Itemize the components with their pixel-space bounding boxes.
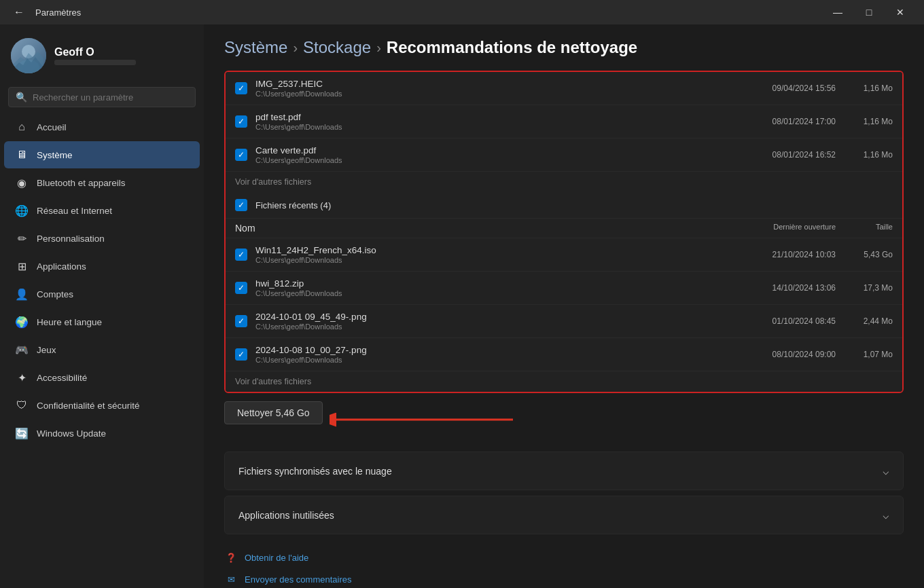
file-path: C:\Users\geoff\Downloads (255, 123, 747, 131)
see-more-downloads[interactable]: Voir d'autres fichiers (226, 172, 902, 192)
file-item: ✓Win11_24H2_French_x64.isoC:\Users\geoff… (226, 238, 902, 272)
user-info: Geoff O (54, 46, 136, 65)
checkbox-check: ✓ (238, 151, 245, 159)
checkbox[interactable]: ✓ (235, 115, 247, 128)
file-meta: 08/01/2024 17:001,16 Mo (747, 117, 893, 126)
sidebar-item-label-comptes: Comptes (37, 289, 73, 299)
sidebar-item-reseau[interactable]: 🌐Réseau et Internet (4, 197, 200, 224)
sidebar-item-jeux[interactable]: 🎮Jeux (4, 336, 200, 363)
checkbox-check: ✓ (238, 84, 245, 92)
checkbox-check: ✓ (238, 117, 245, 126)
file-item: ✓IMG_2537.HEICC:\Users\geoff\Downloads09… (226, 72, 902, 105)
clean-button[interactable]: Nettoyer 5,46 Go (224, 401, 323, 424)
recent-files-checkbox-check: ✓ (238, 201, 245, 209)
see-more-recent[interactable]: Voir d'autres fichiers (226, 371, 902, 392)
checkbox[interactable]: ✓ (235, 348, 247, 361)
footer-link-aide[interactable]: ❓Obtenir de l'aide (224, 551, 904, 564)
checkbox[interactable]: ✓ (235, 82, 247, 94)
nav-container: ⌂Accueil🖥Système◉Bluetooth et appareils🌐… (0, 113, 204, 447)
accueil-icon: ⌂ (15, 120, 29, 134)
footer-links: ❓Obtenir de l'aide✉Envoyer des commentai… (224, 551, 904, 586)
sidebar-item-bluetooth[interactable]: ◉Bluetooth et appareils (4, 169, 200, 196)
titlebar: ← Paramètres — □ ✕ (0, 0, 924, 24)
accordion-apps: Applications inutilisées ⌵ (224, 496, 904, 534)
checkbox[interactable]: ✓ (235, 149, 247, 161)
file-meta: 08/01/2024 16:521,16 Mo (747, 150, 893, 160)
chevron-down-icon: ⌵ (883, 464, 889, 477)
sidebar-item-label-reseau: Réseau et Internet (37, 206, 112, 216)
file-path: C:\Users\geoff\Downloads (255, 356, 747, 364)
sidebar-item-confidentialite[interactable]: 🛡Confidentialité et sécurité (4, 392, 200, 419)
file-name: pdf test.pdf (255, 112, 747, 122)
maximize-button[interactable]: □ (853, 0, 885, 24)
heure-icon: 🌍 (15, 315, 29, 329)
checkbox-check: ✓ (238, 317, 245, 325)
file-name: 2024-10-01 09_45_49-.png (255, 312, 747, 322)
file-size: 1,16 Mo (852, 117, 893, 126)
accordion-apps-header[interactable]: Applications inutilisées ⌵ (225, 496, 903, 534)
sidebar-item-label-perso: Personnalisation (37, 234, 105, 244)
accordion-apps-title: Applications inutilisées (238, 510, 334, 521)
file-name: hwi_812.zip (255, 278, 747, 289)
sidebar-item-label-jeux: Jeux (37, 345, 56, 355)
sidebar-item-accueil[interactable]: ⌂Accueil (4, 113, 200, 141)
col-header-size: Taille (852, 223, 893, 234)
file-meta: 09/04/2024 15:561,16 Mo (747, 84, 893, 93)
file-info: 2024-10-08 10_00_27-.pngC:\Users\geoff\D… (255, 345, 747, 364)
breadcrumb-stockage[interactable]: Stockage (303, 38, 371, 57)
downloads-section: ✓IMG_2537.HEICC:\Users\geoff\Downloads09… (224, 71, 904, 393)
checkbox[interactable]: ✓ (235, 315, 247, 327)
file-size: 5,43 Go (852, 250, 893, 259)
footer-link-feedback[interactable]: ✉Envoyer des commentaires (224, 572, 904, 586)
close-button[interactable]: ✕ (885, 0, 916, 24)
file-date: 01/10/2024 08:45 (747, 316, 836, 326)
file-date: 08/01/2024 17:00 (747, 117, 836, 126)
file-item: ✓2024-10-08 10_00_27-.pngC:\Users\geoff\… (226, 338, 902, 371)
file-size: 1,16 Mo (852, 150, 893, 160)
file-item: ✓hwi_812.zipC:\Users\geoff\Downloads14/1… (226, 272, 902, 305)
back-button[interactable]: ← (8, 0, 30, 24)
sidebar-item-systeme[interactable]: 🖥Système (4, 141, 200, 168)
file-item: ✓Carte verte.pdfC:\Users\geoff\Downloads… (226, 139, 902, 172)
file-date: 21/10/2024 10:03 (747, 250, 836, 259)
recent-files-label: Fichiers récents (4) (255, 200, 893, 210)
recent-files-header: ✓Fichiers récents (4) (226, 192, 902, 219)
sidebar-item-windowsupdate[interactable]: 🔄Windows Update (4, 420, 200, 447)
breadcrumb-sep-1: › (293, 40, 298, 56)
breadcrumb-sep-2: › (376, 40, 381, 56)
sidebar-item-accessibilite[interactable]: ✦Accessibilité (4, 364, 200, 391)
checkbox-check: ✓ (238, 350, 245, 359)
checkbox[interactable]: ✓ (235, 282, 247, 294)
sidebar-item-label-accessibilite: Accessibilité (37, 373, 87, 383)
sidebar-item-label-accueil: Accueil (37, 122, 67, 132)
sidebar-item-comptes[interactable]: 👤Comptes (4, 280, 200, 308)
col-header-name: Nom (235, 223, 747, 234)
titlebar-controls: — □ ✕ (822, 0, 916, 24)
file-name: Carte verte.pdf (255, 145, 747, 155)
accordion-nuage: Fichiers synchronisés avec le nuage ⌵ (224, 452, 904, 490)
checkbox[interactable]: ✓ (235, 249, 247, 261)
systeme-icon: 🖥 (15, 148, 29, 162)
search-box[interactable]: 🔍 (8, 87, 196, 107)
aide-icon: ❓ (224, 551, 238, 564)
accordion-nuage-header[interactable]: Fichiers synchronisés avec le nuage ⌵ (225, 452, 903, 490)
search-input[interactable] (33, 92, 188, 103)
file-name: Win11_24H2_French_x64.iso (255, 245, 747, 255)
file-path: C:\Users\geoff\Downloads (255, 323, 747, 331)
sidebar-item-label-heure: Heure et langue (37, 317, 102, 327)
perso-icon: ✏ (15, 232, 29, 245)
sidebar: Geoff O 🔍 ⌂Accueil🖥Système◉Bluetooth et … (0, 24, 204, 588)
sidebar-item-perso[interactable]: ✏Personnalisation (4, 225, 200, 252)
file-path: C:\Users\geoff\Downloads (255, 289, 747, 297)
checkbox-check: ✓ (238, 251, 245, 259)
file-date: 08/10/2024 09:00 (747, 350, 836, 359)
main-layout: Geoff O 🔍 ⌂Accueil🖥Système◉Bluetooth et … (0, 24, 924, 588)
windowsupdate-icon: 🔄 (15, 426, 29, 440)
recent-files-checkbox[interactable]: ✓ (235, 199, 247, 211)
file-date: 14/10/2024 13:06 (747, 283, 836, 293)
sidebar-item-heure[interactable]: 🌍Heure et langue (4, 308, 200, 335)
file-path: C:\Users\geoff\Downloads (255, 90, 747, 98)
minimize-button[interactable]: — (822, 0, 853, 24)
sidebar-item-applications[interactable]: ⊞Applications (4, 253, 200, 280)
breadcrumb-systeme[interactable]: Système (224, 38, 287, 57)
